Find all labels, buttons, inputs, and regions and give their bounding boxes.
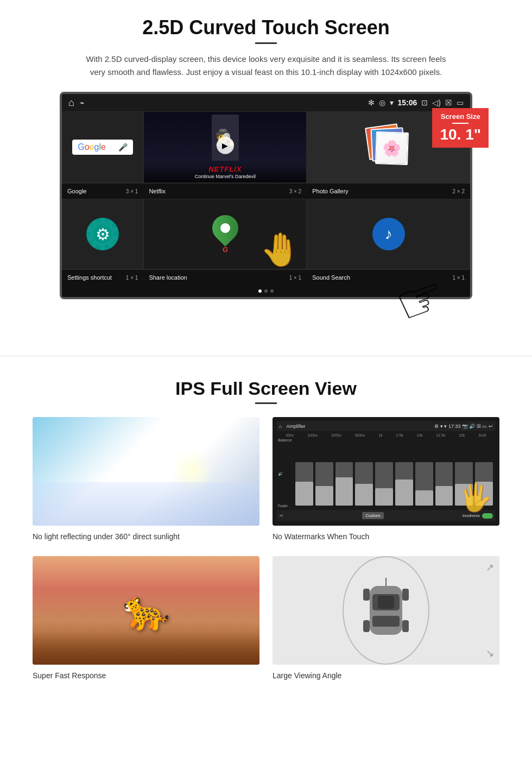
netflix-play-button[interactable]: ▶ <box>217 137 234 154</box>
settings-label-name: Settings shortcut <box>67 274 112 281</box>
touch-hand-icon: 🖐 <box>459 482 492 513</box>
sunlight-image <box>33 417 259 526</box>
badge-divider <box>452 123 468 124</box>
section-curved-screen: 2.5D Curved Touch Screen With 2.5D curve… <box>0 0 532 312</box>
battery-icon: ▭ <box>457 98 464 107</box>
viewing-angle-icon-2: ↘ <box>486 647 494 659</box>
section-divider <box>0 356 532 356</box>
amp-slider-fill-1 <box>295 482 313 506</box>
section1-title: 2.5D Curved Touch Screen <box>33 16 499 39</box>
amp-back-icon: ≪ <box>279 513 283 518</box>
cheetah-image: 🐆 <box>33 556 259 665</box>
amp-slider-fill-4 <box>355 484 373 506</box>
amp-slider-fill-5 <box>375 488 393 506</box>
share-label: Share location 1 × 1 <box>143 272 307 283</box>
gallery-label-name: Photo Gallery <box>312 188 349 194</box>
status-left: ⌂ ⌁ <box>68 97 84 109</box>
netflix-subtitle: Continue Marvel's Daredevil <box>148 174 302 179</box>
amp-icons: ⚙ ▾ ▾ 17:33 📷 🔊 ☒ ▭ ↩ <box>434 424 493 429</box>
screen-size-badge: Screen Size 10. 1" <box>432 108 489 148</box>
amp-slider-1 <box>295 462 313 506</box>
toggle-pill <box>482 513 493 519</box>
sunlight-bg <box>33 417 259 526</box>
amp-slider-8 <box>435 462 453 506</box>
feature-grid: No light reflecting under 360° direct su… <box>33 417 499 682</box>
sound-label-size: 1 × 1 <box>452 275 465 281</box>
netflix-label: Netflix 3 × 2 <box>143 186 307 197</box>
amp-home-icon: ⌂ <box>279 424 282 429</box>
google-logo: Google <box>78 142 106 152</box>
sound-search-cell[interactable]: ♪ <box>307 199 470 269</box>
gallery-photo-3: 🌸 <box>375 131 409 165</box>
settings-label-size: 1 × 1 <box>126 275 138 281</box>
google-label-name: Google <box>67 188 86 194</box>
signal-icon: ☒ <box>445 98 452 107</box>
flower-icon: 🌸 <box>382 139 402 157</box>
car-label: Large Viewing Angle <box>273 669 499 682</box>
amp-title: Amplifier <box>286 424 305 429</box>
device-mockup: Screen Size 10. 1" ⌂ ⌁ ✻ ◎ ▾ 15:06 ⊡ ◁) … <box>60 92 472 299</box>
amp-slider-fill-6 <box>395 480 413 506</box>
cheetah-label: Super Fast Response <box>33 669 259 682</box>
google-label-size: 3 × 1 <box>126 188 138 194</box>
google-label: Google 3 × 1 <box>62 186 143 197</box>
cheetah-icon: 🐆 <box>123 588 170 633</box>
google-widget-cell[interactable]: Google 🎤 <box>62 111 143 183</box>
gallery-label: Photo Gallery 2 × 2 <box>307 186 470 197</box>
car-bg: ↗ ↘ <box>273 556 499 665</box>
location-icon: ◎ <box>379 98 385 107</box>
gallery-label-size: 2 × 2 <box>452 188 465 194</box>
title-divider <box>255 42 277 44</box>
amp-slider-2 <box>315 462 333 506</box>
netflix-label-size: 3 × 2 <box>289 188 302 194</box>
car-image: ↗ ↘ <box>273 556 499 665</box>
google-search-bar[interactable]: Google 🎤 <box>72 140 133 155</box>
amp-header: ⌂ Amplifier ⚙ ▾ ▾ 17:33 📷 🔊 ☒ ▭ ↩ <box>277 421 495 431</box>
section2-divider <box>255 402 277 404</box>
loudness-label: loudness <box>463 513 480 518</box>
settings-widget-cell[interactable]: ⚙ ⚙ <box>62 199 143 269</box>
status-bar: ⌂ ⌁ ✻ ◎ ▾ 15:06 ⊡ ◁) ☒ ▭ <box>62 94 470 111</box>
car-circle <box>343 556 429 665</box>
viewing-angle-icon: ↗ <box>486 562 494 573</box>
amp-slider-4 <box>355 462 373 506</box>
share-location-cell[interactable]: G 🤚 <box>143 199 307 269</box>
badge-size: 10. 1" <box>440 126 481 143</box>
netflix-label-name: Netflix <box>149 188 166 194</box>
usb-icon: ⌁ <box>80 98 84 107</box>
netflix-widget-cell[interactable]: 🕵 ▶ NETFLIX Continue Marvel's Daredevil <box>143 111 307 183</box>
amp-slider-fill-3 <box>335 477 353 506</box>
hand-gesture-icon: 🤚 <box>260 230 301 269</box>
amp-slider-7 <box>415 462 433 506</box>
dot-3 <box>270 289 274 293</box>
sound-icon-wrapper: ♪ <box>372 218 405 250</box>
sound-label-name: Sound Search <box>312 274 350 281</box>
feature-amplifier: ⌂ Amplifier ⚙ ▾ ▾ 17:33 📷 🔊 ☒ ▭ ↩ 60hz10… <box>273 417 499 543</box>
feature-car: ↗ ↘ Large Viewing Angle <box>273 556 499 682</box>
amp-custom-btn[interactable]: Custom <box>362 512 384 519</box>
amplifier-label: No Watermarks When Touch <box>273 530 499 543</box>
amp-sliders: 🖐 <box>293 438 495 508</box>
amp-slider-fill-2 <box>315 486 333 506</box>
amp-slider-5 <box>375 462 393 506</box>
amp-freq-labels: 60hz100hz200hz500hz1k2.5k10k12.5k15kSUB <box>277 433 495 438</box>
section-ips-screen: IPS Full Screen View No light reflecting… <box>0 362 532 693</box>
amplifier-bg: ⌂ Amplifier ⚙ ▾ ▾ 17:33 📷 🔊 ☒ ▭ ↩ 60hz10… <box>273 417 499 526</box>
music-note-icon: ♪ <box>385 225 392 243</box>
share-label-name: Share location <box>149 274 187 281</box>
google-mic-icon: 🎤 <box>118 143 128 152</box>
feature-sunlight: No light reflecting under 360° direct su… <box>33 417 259 543</box>
google-widget-inner: Google 🎤 <box>62 112 143 182</box>
amp-body: Balance 🔊 Fader <box>277 438 495 508</box>
section1-subtitle: With 2.5D curved-display screen, this de… <box>81 53 451 79</box>
status-time: 15:06 <box>398 98 417 107</box>
app-labels-row1: Google 3 × 1 Netflix 3 × 2 Photo Gallery… <box>62 183 470 199</box>
volume-icon: ◁) <box>432 98 441 107</box>
amp-slider-6 <box>395 462 413 506</box>
amp-loudness-toggle[interactable]: loudness <box>463 513 493 519</box>
amp-slider-fill-8 <box>435 486 453 506</box>
device-screen: ⌂ ⌁ ✻ ◎ ▾ 15:06 ⊡ ◁) ☒ ▭ <box>60 92 472 299</box>
dot-1 <box>258 289 262 293</box>
netflix-overlay: NETFLIX Continue Marvel's Daredevil <box>144 162 306 182</box>
home-icon: ⌂ <box>68 97 74 109</box>
